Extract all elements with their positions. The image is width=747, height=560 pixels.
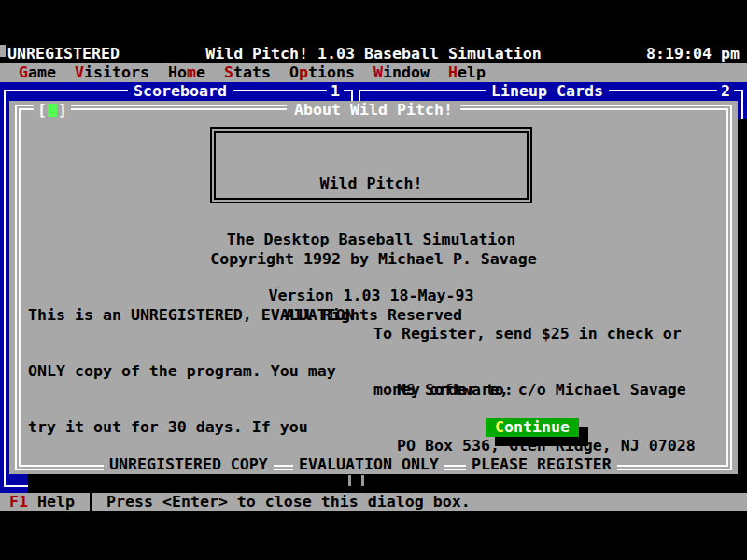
f1-key-hint[interactable]: F1 bbox=[9, 493, 28, 511]
footer-unregistered-copy: UNREGISTERED COPY bbox=[104, 455, 274, 474]
dos-screen: Wild Pitch! 1.03 Baseball Simulation UNR… bbox=[0, 0, 747, 560]
dialog-title: About Wild Pitch! bbox=[287, 101, 460, 119]
copyright-line: Copyright 1992 by Michael P. Savage bbox=[9, 250, 738, 269]
menu-item-help[interactable]: Help bbox=[448, 63, 486, 82]
close-button[interactable]: [] bbox=[34, 101, 71, 119]
menu-item-visitors[interactable]: Visitors bbox=[75, 63, 149, 82]
version-box: Wild Pitch! The Desktop Baseball Simulat… bbox=[210, 127, 532, 203]
window-title-scoreboard: Scoreboard bbox=[128, 82, 233, 101]
status-bar: F1 Help Press <Enter> to close this dial… bbox=[0, 493, 747, 511]
menu-item-home[interactable]: Home bbox=[168, 63, 205, 82]
continue-button[interactable]: Continue bbox=[486, 418, 579, 437]
app-title-bar: Wild Pitch! 1.03 Baseball Simulation UNR… bbox=[0, 45, 747, 63]
close-icon bbox=[48, 104, 57, 117]
menu-item-game[interactable]: Game bbox=[19, 63, 56, 82]
f1-help-label[interactable]: Help bbox=[37, 493, 75, 511]
window-title-lineup-cards: Lineup Cards bbox=[486, 82, 609, 101]
registration-status: UNREGISTERED bbox=[7, 45, 120, 63]
menu-item-window[interactable]: Window bbox=[374, 63, 430, 82]
footer-evaluation-only: EVALUATION ONLY bbox=[293, 455, 444, 474]
cursor-artifact bbox=[0, 45, 6, 57]
status-separator bbox=[90, 493, 92, 511]
clock: 8:19:04 pm bbox=[646, 45, 740, 63]
app-name: Wild Pitch! bbox=[216, 175, 527, 193]
menu-bar: Game Visitors Home Stats Options Window … bbox=[0, 63, 747, 82]
status-message: Press <Enter> to close this dialog box. bbox=[106, 493, 471, 511]
menu-item-options[interactable]: Options bbox=[289, 63, 355, 82]
shadowed-window-border-fragment bbox=[361, 475, 364, 486]
footer-please-register: PLEASE REGISTER bbox=[466, 455, 617, 474]
about-dialog: About Wild Pitch! [] Wild Pitch! The Des… bbox=[9, 101, 738, 474]
menu-item-stats[interactable]: Stats bbox=[224, 63, 271, 82]
window-number-lineup-cards[interactable]: 2 bbox=[717, 82, 734, 101]
window-number-scoreboard[interactable]: 1 bbox=[327, 82, 344, 101]
dialog-footer: UNREGISTERED COPY EVALUATION ONLY PLEASE… bbox=[9, 455, 738, 474]
evaluation-paragraph: This is an UNREGISTERED, EVALUATION ONLY… bbox=[28, 269, 355, 560]
